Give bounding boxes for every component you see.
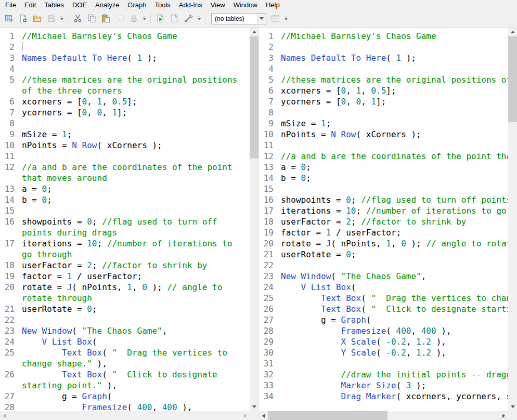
scroll-up-arrow-icon[interactable] <box>508 28 517 36</box>
toolbar-overflow-icon[interactable] <box>141 12 148 25</box>
code-text[interactable]: Text Box( " Click to designate starting … <box>281 304 508 314</box>
right-horizontal-scroll-thumb[interactable] <box>268 411 387 420</box>
code-text[interactable]: //these matrices are the original positi… <box>281 74 508 85</box>
tables-dropdown[interactable]: (no tables) <box>211 13 266 24</box>
code-text[interactable]: factor = 1 / userFactor; <box>22 271 245 282</box>
code-text[interactable]: Text Box( " Drag the vertices to change … <box>281 293 508 304</box>
scroll-right-arrow-icon[interactable] <box>241 411 250 420</box>
code-text[interactable]: a = 0; <box>281 162 508 173</box>
code-text[interactable]: New Window( "The Chaos Game", <box>22 325 245 336</box>
code-text[interactable]: Names Default To Here( 1 ); <box>22 52 245 63</box>
code-text[interactable]: //Michael Barnsley's Chaos Game <box>22 31 245 42</box>
code-text[interactable]: a = 0; <box>22 183 245 194</box>
code-text[interactable]: b = 0; <box>281 173 508 183</box>
code-text[interactable]: mSize = 1; <box>281 118 508 129</box>
code-text[interactable]: Marker Size( 3 ); <box>281 380 508 391</box>
code-text[interactable]: showpoints = 0; //flag used to turn off … <box>22 216 245 238</box>
code-text[interactable]: mSize = 1; <box>22 129 245 140</box>
toolbar-overflow-icon[interactable] <box>58 12 65 25</box>
code-text[interactable]: //Michael Barnsley's Chaos Game <box>281 31 508 42</box>
code-text[interactable]: ycorners = [0, 0, 1]; <box>281 96 508 107</box>
code-text[interactable]: New Window( "The Chaos Game", <box>281 271 508 282</box>
menu-item-tools[interactable]: Tools <box>151 1 175 9</box>
paste-icon[interactable] <box>99 12 113 25</box>
code-text[interactable]: nPoints = N Row( xCorners ); <box>22 140 245 151</box>
cut-icon[interactable] <box>71 12 85 25</box>
code-text[interactable]: showpoints = 0; //flag used to turn off … <box>281 194 508 205</box>
save-icon[interactable] <box>44 12 58 25</box>
code-text[interactable]: Text Box( " Drag the vertices to change … <box>22 347 245 369</box>
code-text[interactable]: V List Box( <box>22 336 245 347</box>
scroll-down-arrow-icon[interactable] <box>250 402 258 411</box>
copy-icon[interactable] <box>85 12 99 25</box>
code-text[interactable]: Y Scale( -0.2, 1.2 ), <box>281 347 508 358</box>
menu-item-analyze[interactable]: Analyze <box>91 1 123 9</box>
menu-item-tables[interactable]: Tables <box>40 1 68 9</box>
code-text[interactable]: Drag Marker( xcorners, ycorners, s <box>281 391 508 402</box>
scroll-right-arrow-icon[interactable] <box>499 411 508 420</box>
code-text[interactable]: userRotate = 0; <box>22 304 245 314</box>
code-text[interactable]: iterations = 10; //number of iterations … <box>281 205 508 216</box>
code-text[interactable]: //these matrices are the original positi… <box>22 74 245 96</box>
open-icon[interactable] <box>30 12 44 25</box>
right-horizontal-scrollbar[interactable] <box>259 411 508 420</box>
code-text[interactable]: Names Default To Here( 1 ); <box>281 52 508 63</box>
code-text[interactable]: userRotate = 0; <box>281 249 508 260</box>
security-lock-icon[interactable] <box>127 12 141 25</box>
new-data-table-icon[interactable] <box>2 12 16 25</box>
code-text[interactable] <box>22 42 245 52</box>
code-text[interactable]: g = Graph( <box>22 391 245 402</box>
scroll-up-arrow-icon[interactable] <box>250 28 258 36</box>
new-journal-icon[interactable] <box>16 12 30 25</box>
copy-as-picture-icon[interactable] <box>113 12 127 25</box>
menu-item-view[interactable]: View <box>206 1 229 9</box>
toolbar-overflow-icon[interactable] <box>196 12 202 25</box>
code-text[interactable]: xcorners = [0, 1, 0.5]; <box>281 85 508 96</box>
code-text[interactable]: Text Box( " Click to designate starting … <box>22 369 245 391</box>
code-text[interactable]: V List Box( <box>281 282 508 293</box>
code-text[interactable]: //a and b are the coordinates of the poi… <box>281 151 508 162</box>
code-text[interactable]: //draw the initial points -- draggable <box>281 369 508 380</box>
line-number: 34 <box>259 391 277 402</box>
toolbar-overflow-icon[interactable] <box>282 12 289 25</box>
right-vertical-scroll-thumb[interactable] <box>508 36 517 122</box>
menu-item-help[interactable]: Help <box>262 1 284 9</box>
code-text[interactable]: Framesize( 400, 400 ), <box>281 325 508 336</box>
code-text[interactable]: factor = 1 / userFactor; <box>281 227 508 238</box>
menu-item-graph[interactable]: Graph <box>123 1 150 9</box>
code-text[interactable]: g = Graph( <box>281 314 508 325</box>
scroll-left-arrow-icon[interactable] <box>0 411 9 420</box>
code-text[interactable]: userFactor = 2; //factor to shrink by <box>281 216 508 227</box>
table-columns-icon[interactable] <box>268 12 282 25</box>
left-code-area[interactable]: 1//Michael Barnsley's Chaos Game23Names … <box>0 28 250 411</box>
right-vertical-scrollbar[interactable] <box>508 28 517 411</box>
menu-item-file[interactable]: File <box>1 1 20 9</box>
left-editor-pane[interactable]: 1//Michael Barnsley's Chaos Game23Names … <box>0 28 258 420</box>
menu-item-add-ins[interactable]: Add-Ins <box>175 1 206 9</box>
left-horizontal-scrollbar[interactable] <box>0 411 250 420</box>
scroll-left-arrow-icon[interactable] <box>259 411 268 420</box>
code-text[interactable]: X Scale( -0.2, 1.2 ), <box>281 336 508 347</box>
right-editor-pane[interactable]: 1//Michael Barnsley's Chaos Game23Names … <box>258 28 517 420</box>
code-text[interactable]: ycorners = [0, 0, 1]; <box>22 107 245 118</box>
new-script-window-icon[interactable] <box>167 12 182 25</box>
code-text[interactable]: b = 0; <box>22 194 245 205</box>
code-text[interactable]: rotate = J( nPoints, 1, 0 ); // angle to… <box>281 238 508 249</box>
code-text[interactable]: xcorners = [0, 1, 0.5]; <box>22 96 245 107</box>
line-number: 25 <box>0 347 18 358</box>
run-script-icon[interactable] <box>153 12 167 25</box>
code-text[interactable]: rotate = J( nPoints, 1, 0 ); // angle to… <box>22 282 245 304</box>
code-text[interactable]: nPoints = N Row( xCorners ); <box>281 129 508 140</box>
code-text[interactable]: //a and b are the coordinates of the poi… <box>22 162 245 183</box>
menu-item-window[interactable]: Window <box>229 1 262 9</box>
menu-item-edit[interactable]: Edit <box>20 1 40 9</box>
code-text[interactable]: iterations = 10; //number of iterations … <box>22 238 245 260</box>
customize-tools-icon[interactable] <box>182 12 196 25</box>
left-vertical-scrollbar[interactable] <box>250 28 258 411</box>
code-text[interactable]: Framesize( 400, 400 ), <box>22 402 245 411</box>
code-text[interactable]: userFactor = 2; //factor to shrink by <box>22 260 245 271</box>
left-vertical-scroll-thumb[interactable] <box>250 36 258 159</box>
right-code-area[interactable]: 1//Michael Barnsley's Chaos Game23Names … <box>259 28 508 411</box>
menu-item-doe[interactable]: DOE <box>68 1 91 9</box>
scroll-down-arrow-icon[interactable] <box>508 402 517 411</box>
